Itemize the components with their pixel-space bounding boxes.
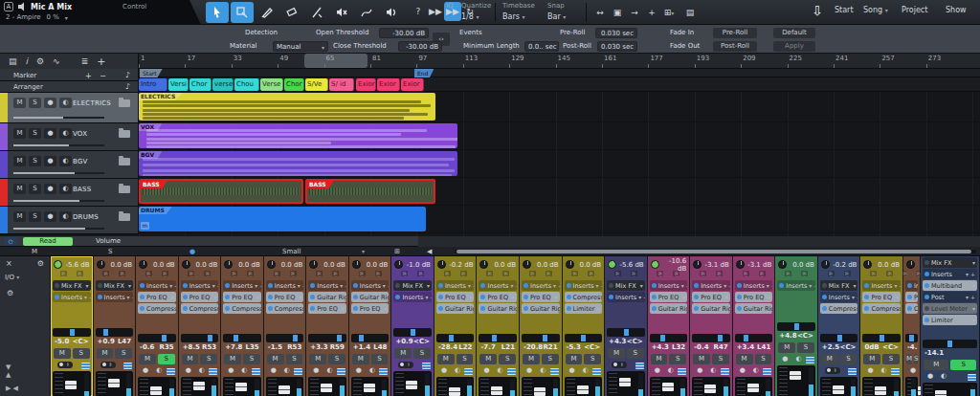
channel-mute-button[interactable]: M <box>479 354 497 364</box>
audio-clip-bass[interactable]: BASS <box>305 179 435 204</box>
track-monitor-button[interactable]: ◐ <box>59 128 72 139</box>
chevron-down-icon[interactable]: ▾ <box>469 294 472 300</box>
sends-badge[interactable] <box>678 368 686 375</box>
chevron-down-icon[interactable]: ▾ <box>65 14 68 21</box>
grid-settings-icon[interactable]: ⊞▾ <box>660 3 678 22</box>
pan-slider[interactable] <box>923 340 977 348</box>
volume-value[interactable]: -4. <box>907 343 917 353</box>
gain-knob[interactable] <box>479 260 488 269</box>
scroll-horizontal-icons[interactable]: ▶ ◀ <box>6 385 18 392</box>
inserts-slot[interactable]: In▾ + <box>905 280 918 291</box>
channel-solo-button[interactable]: S <box>797 342 814 353</box>
track-mute-button[interactable]: M <box>13 128 26 139</box>
volume-value[interactable]: -0.6 <box>140 343 154 353</box>
volume-value[interactable]: +7.8 <box>225 343 242 353</box>
pan-value[interactable]: <C> <box>627 338 643 347</box>
fader-cap[interactable] <box>491 386 502 395</box>
device-power-icon[interactable] <box>924 306 929 311</box>
fader-zone[interactable] <box>923 383 977 396</box>
iq-label[interactable]: IQ <box>446 2 454 11</box>
track-row-vox[interactable]: MS●◐VOX <box>0 123 139 151</box>
channel-mute-button[interactable]: M <box>924 360 949 370</box>
arranger-section[interactable]: Chou <box>234 78 259 91</box>
fader-cap[interactable] <box>65 381 77 389</box>
mixer-channel-strip[interactable]: 0.0 dB⎘⎘Inserts▾ +Pro EQ▾Guitar Rig 5▾-7… <box>477 256 520 396</box>
device-power-icon[interactable] <box>140 306 145 311</box>
device-power-icon[interactable] <box>353 306 358 311</box>
insert-device[interactable]: Compressor▾ <box>565 292 603 302</box>
record-arm-icon[interactable]: ● <box>526 366 532 374</box>
project-button[interactable]: Project <box>902 6 927 14</box>
monitor-icon[interactable]: ◐ <box>795 355 801 363</box>
link-icon[interactable]: ⎘ <box>417 271 424 276</box>
gain-knob[interactable] <box>224 260 233 269</box>
inserts-slot[interactable]: Inserts▾ + <box>393 292 432 302</box>
chevron-down-icon[interactable]: ▾ + <box>212 282 219 289</box>
channel-solo-button[interactable]: S <box>542 354 559 364</box>
channel-solo-button[interactable]: S <box>413 348 431 359</box>
chevron-down-icon[interactable]: ▾ <box>682 294 685 300</box>
channel-mute-button[interactable]: M <box>139 354 156 364</box>
pan-value[interactable]: L48 <box>373 343 387 353</box>
power-icon[interactable] <box>567 283 571 288</box>
mixer-channel-strip[interactable]: -0.2 dB⎘⎘Inserts▾ +Pro EQ▾Guitar Rig 5▾-… <box>434 256 478 396</box>
device-power-icon[interactable] <box>183 306 188 311</box>
inserts-slot[interactable]: Inserts▾ + <box>308 280 346 291</box>
mixer-channel-strip[interactable]: 0.0 dB⎘⎘Inserts▾ +Pro EQ▾Compressor▾+7.8… <box>221 256 264 396</box>
pan-slider[interactable] <box>862 334 901 342</box>
list-icon[interactable]: ▤ <box>9 56 17 66</box>
gain-knob[interactable] <box>54 260 62 269</box>
link-icon[interactable]: ⎘ <box>332 271 339 276</box>
fader-cap[interactable] <box>321 384 332 392</box>
volume-value[interactable]: -5.0 <box>55 338 69 347</box>
power-icon[interactable] <box>310 283 315 288</box>
pan-slider[interactable] <box>692 334 730 342</box>
power-icon[interactable] <box>480 283 485 288</box>
chevron-down-icon[interactable]: ▾ <box>725 294 728 300</box>
sends-badge[interactable] <box>379 368 388 375</box>
automation-parameter[interactable]: Volume <box>96 237 121 245</box>
channel-solo-button[interactable]: S <box>457 354 474 364</box>
track-solo-button[interactable]: S <box>29 156 41 166</box>
chevron-down-icon[interactable]: ▾ + <box>255 282 261 289</box>
track-record-button[interactable]: ● <box>44 211 56 222</box>
power-icon[interactable] <box>822 283 827 288</box>
pan-value[interactable]: <C> <box>797 332 813 341</box>
power-icon[interactable] <box>395 295 400 299</box>
start-button[interactable]: Start <box>835 6 854 14</box>
mixer-channel-strip[interactable]: -5.6 dB⎘⎘Mix FX▾Inserts▾ ++4.3<C>MS <box>605 256 648 396</box>
mixer-channel-strip[interactable]: -0.2 dB⎘⎘Mix FX▾Inserts▾ +Compressor▾+2.… <box>818 256 861 396</box>
monitor-icon[interactable]: ◐ <box>369 366 375 374</box>
sends-badge[interactable] <box>464 368 473 375</box>
monitor-icon[interactable]: ◐ <box>583 366 589 374</box>
mixer-channel-strip[interactable]: -3.1 dB⎘⎘Inserts▾ +Pro EQ▾Guitar Rig 5▾-… <box>690 256 733 396</box>
fader-zone[interactable] <box>138 377 176 396</box>
channel-mute-button[interactable]: M <box>863 354 880 364</box>
track-solo-button[interactable]: S <box>29 211 41 222</box>
mixer-size-dropdown[interactable]: Small <box>282 248 301 255</box>
gain-knob[interactable] <box>566 260 574 269</box>
pan-value[interactable]: <C> <box>882 343 899 353</box>
pan-slider[interactable] <box>351 334 390 342</box>
insert-device[interactable]: Pro EQ▾ <box>650 292 688 302</box>
fader-zone[interactable] <box>522 377 560 396</box>
pan-value[interactable]: L22 <box>458 343 472 353</box>
marker-add-remove[interactable]: + − <box>85 72 109 80</box>
insert-device[interactable]: Guitar Rig 5▾ <box>308 292 346 302</box>
sends-badge[interactable] <box>422 363 431 369</box>
pan-value[interactable]: L21 <box>501 343 515 353</box>
marker-header-row[interactable]: Marker + − ♪ <box>0 69 139 81</box>
fader-zone[interactable] <box>777 365 815 396</box>
track-record-button[interactable]: ● <box>44 98 56 108</box>
chevron-down-icon[interactable]: ▾ + <box>511 282 518 289</box>
track-row-electrics[interactable]: MS●◐ELECTRICS <box>0 93 139 123</box>
inserts-slot[interactable]: Inserts▾ + <box>96 292 134 302</box>
track-mute-button[interactable]: M <box>13 156 26 166</box>
start-marker-flag[interactable]: Start <box>140 69 163 77</box>
mixer-channel-strip[interactable]: 0.0 dB⎘⎘Inserts▾ +Guitar Rig 5▾Pro EQ▾+3… <box>306 256 349 396</box>
track-monitor-button[interactable]: ◐ <box>59 98 72 108</box>
channel-mute-button[interactable]: M <box>54 348 71 359</box>
inserts-slot[interactable]: Inserts▾ + <box>692 280 730 291</box>
chevron-down-icon[interactable]: ▾ + <box>553 282 560 289</box>
insert-device[interactable]: Guitar Rig 5▾ <box>650 303 688 314</box>
